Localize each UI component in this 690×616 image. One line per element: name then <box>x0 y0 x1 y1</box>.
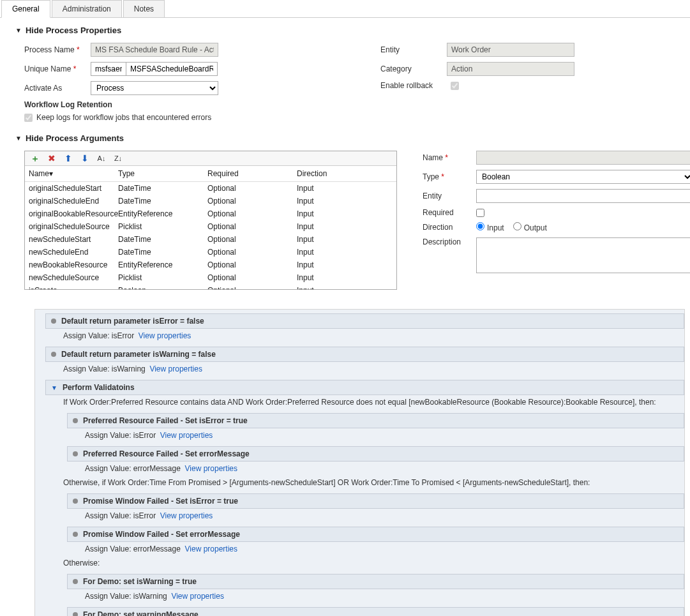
enable-rollback-label: Enable rollback <box>380 81 447 90</box>
arguments-grid: ＋ ✖ ⬆ ⬇ A↓ Z↓ Name▾ Type Required Direct… <box>24 151 397 290</box>
table-row[interactable]: newScheduleSourcePicklistOptionalInput <box>25 271 396 284</box>
keep-logs-label: Keep logs for workflow jobs that encount… <box>36 113 211 122</box>
activate-as-select[interactable]: Process <box>91 81 218 95</box>
arguments-toolbar: ＋ ✖ ⬆ ⬇ A↓ Z↓ <box>25 151 396 166</box>
tab-bar: General Administration Notes <box>0 0 690 18</box>
col-required[interactable]: Required <box>207 169 297 178</box>
bullet-icon <box>73 532 78 537</box>
table-row[interactable]: originalScheduleStartDateTimeOptionalInp… <box>25 182 396 195</box>
arg-required-label: Required <box>423 208 476 217</box>
table-row[interactable]: originalScheduleSourcePicklistOptionalIn… <box>25 220 396 233</box>
table-row[interactable]: originalScheduleEndDateTimeOptionalInput <box>25 195 396 207</box>
arg-name-input[interactable] <box>476 151 690 165</box>
move-up-icon[interactable]: ⬆ <box>63 153 73 163</box>
condition-text: Otherwise, if Work Order:Time From Promi… <box>45 476 684 490</box>
arg-type-select[interactable]: Boolean <box>476 170 690 184</box>
sort-desc-icon[interactable]: Z↓ <box>113 153 123 163</box>
view-properties-link[interactable]: View properties <box>171 592 224 601</box>
workflow-log-retention-label: Workflow Log Retention <box>15 100 218 109</box>
sort-asc-icon[interactable]: A↓ <box>96 153 107 163</box>
view-properties-link[interactable]: View properties <box>160 431 213 440</box>
condition-text: If Work Order:Preferred Resource contain… <box>45 395 684 409</box>
category-input[interactable] <box>447 62 574 76</box>
activate-as-label: Activate As <box>24 84 91 93</box>
unique-name-label: Unique Name * <box>24 64 91 73</box>
bullet-icon <box>51 319 56 324</box>
step-title[interactable]: Preferred Resource Failed - Set isError … <box>67 413 684 428</box>
step-title[interactable]: Default return parameter isWarning = fal… <box>45 347 684 362</box>
chevron-down-icon: ▼ <box>15 135 22 142</box>
table-row[interactable]: newBookableResourceEntityReferenceOption… <box>25 259 396 271</box>
toggle-process-arguments[interactable]: ▼ Hide Process Arguments <box>15 133 685 143</box>
direction-input-option[interactable]: Input <box>476 222 504 232</box>
entity-input[interactable] <box>447 43 574 57</box>
condition-text: Otherwise: <box>45 556 684 570</box>
step-title[interactable]: Preferred Resource Failed - Set errorMes… <box>67 446 684 462</box>
col-direction[interactable]: Direction <box>297 169 380 178</box>
bullet-icon <box>73 499 78 504</box>
workflow-steps: Default return parameter isError = false… <box>34 309 685 616</box>
step-title[interactable]: Promise Window Failed - Set errorMessage <box>67 527 684 542</box>
enable-rollback-checkbox[interactable] <box>451 82 459 90</box>
step-title[interactable]: Default return parameter isError = false <box>45 313 684 329</box>
view-properties-link[interactable]: View properties <box>149 364 202 373</box>
view-properties-link[interactable]: View properties <box>160 511 213 520</box>
table-row[interactable]: newScheduleEndDateTimeOptionalInput <box>25 246 396 259</box>
tab-administration[interactable]: Administration <box>52 0 122 17</box>
step-title[interactable]: Promise Window Failed - Set isError = tr… <box>67 493 684 509</box>
arguments-grid-body[interactable]: originalScheduleStartDateTimeOptionalInp… <box>25 182 396 289</box>
direction-output-option[interactable]: Output <box>513 222 547 232</box>
entity-label: Entity <box>380 45 447 54</box>
view-properties-link[interactable]: View properties <box>185 464 238 473</box>
step-title[interactable]: For Demo: set warningMessage <box>67 607 684 616</box>
add-icon[interactable]: ＋ <box>30 153 40 163</box>
bullet-icon <box>51 352 56 357</box>
col-type[interactable]: Type <box>118 169 207 178</box>
bullet-icon <box>73 418 78 423</box>
arg-entity-input[interactable] <box>476 189 690 203</box>
delete-icon[interactable]: ✖ <box>47 153 57 163</box>
process-name-input[interactable] <box>91 43 218 57</box>
table-row[interactable]: newScheduleStartDateTimeOptionalInput <box>25 233 396 246</box>
process-name-label: Process Name * <box>24 45 91 54</box>
arg-direction-label: Direction <box>423 223 476 232</box>
tab-general[interactable]: General <box>1 0 50 18</box>
arg-required-checkbox[interactable] <box>476 209 484 217</box>
bullet-icon <box>73 579 78 584</box>
col-name[interactable]: Name▾ <box>29 169 118 178</box>
arg-name-label: Name * <box>423 153 476 162</box>
move-down-icon[interactable]: ⬇ <box>80 153 90 163</box>
toggle-process-properties[interactable]: ▼ Hide Process Properties <box>15 26 685 35</box>
category-label: Category <box>380 64 447 73</box>
bullet-icon <box>73 451 78 456</box>
view-properties-link[interactable]: View properties <box>185 545 238 553</box>
arg-entity-label: Entity <box>423 192 476 200</box>
arg-description-label: Description <box>423 237 476 246</box>
step-title[interactable]: ▼Perform Validatoins <box>45 380 684 395</box>
unique-name-input[interactable] <box>126 62 218 76</box>
chevron-down-icon: ▼ <box>51 384 57 391</box>
keep-logs-checkbox[interactable] <box>24 114 33 122</box>
tab-notes[interactable]: Notes <box>123 0 165 17</box>
view-properties-link[interactable]: View properties <box>139 331 191 340</box>
table-row[interactable]: isCreateBooleanOptionalInput <box>25 284 396 289</box>
arg-type-label: Type * <box>423 172 476 181</box>
unique-name-prefix-input[interactable] <box>91 62 126 76</box>
arg-description-input[interactable] <box>476 237 690 273</box>
bullet-icon <box>73 612 78 616</box>
table-row[interactable]: originalBookableResourceEntityReferenceO… <box>25 207 396 220</box>
step-title[interactable]: For Demo: set isWarning = true <box>67 574 684 589</box>
chevron-down-icon: ▼ <box>15 27 22 34</box>
